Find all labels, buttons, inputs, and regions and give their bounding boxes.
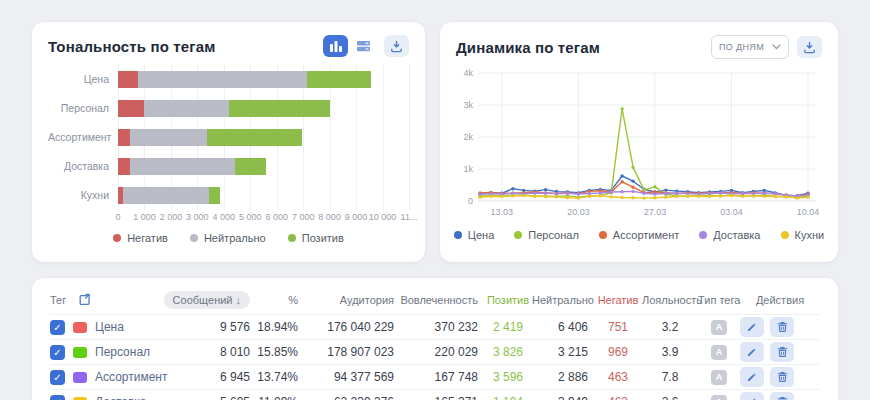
bar-segment	[229, 100, 330, 117]
legend-label: Кухни	[795, 229, 825, 241]
trash-icon	[777, 321, 788, 333]
row-checkbox[interactable]: ✓	[50, 370, 65, 385]
bar-row	[118, 181, 409, 210]
bar-view-button[interactable]	[323, 35, 348, 57]
cell-actions	[740, 392, 820, 400]
cell-engagement: 370 232	[400, 320, 484, 334]
view-toggle	[323, 35, 376, 57]
legend-dot	[514, 231, 522, 239]
bar-row	[118, 152, 409, 181]
legend-item[interactable]: Персонал	[514, 229, 579, 241]
cell-loyalty: 7.8	[642, 370, 698, 384]
legend-item[interactable]: Негатив	[113, 232, 168, 244]
cell-neutral: 6 406	[532, 320, 594, 334]
edit-button[interactable]	[740, 392, 764, 400]
tag-color-swatch	[73, 347, 87, 358]
tonality-category-labels: ЦенаПерсоналАссортиментДоставкаКухни	[48, 65, 118, 210]
svg-text:2k: 2k	[463, 132, 473, 142]
tag-column-header: Тег	[50, 293, 180, 307]
legend-item[interactable]: Доставка	[699, 229, 760, 241]
row-checkbox[interactable]: ✓	[50, 320, 65, 335]
stacked-bar	[118, 100, 409, 117]
svg-text:0: 0	[468, 196, 473, 206]
row-checkbox[interactable]: ✓	[50, 345, 65, 360]
cell-percent: 18.94%	[256, 320, 304, 334]
edit-button[interactable]	[740, 367, 764, 387]
legend-item[interactable]: Нейтрально	[190, 232, 266, 244]
cell-audience: 94 377 569	[304, 370, 400, 384]
cell-tag-type: A	[698, 319, 740, 335]
row-checkbox[interactable]: ✓	[50, 395, 65, 400]
messages-header-label: Сообщений	[173, 294, 233, 306]
stacked-bar	[118, 129, 409, 146]
tonality-download-button[interactable]	[384, 35, 409, 57]
tag-name-link[interactable]: Цена	[95, 320, 124, 334]
period-select[interactable]: по дням	[711, 35, 789, 59]
x-tick-label: 10 000	[369, 212, 397, 222]
bar-segment	[118, 71, 138, 88]
neutral-column-header: Нейтрально	[532, 294, 594, 306]
tag-cell: ✓Персонал	[50, 345, 180, 360]
dynamics-title: Динамика по тегам	[456, 39, 600, 56]
tag-name-link[interactable]: Доставка	[95, 395, 147, 400]
stacked-bar	[118, 187, 409, 204]
legend-item[interactable]: Позитив	[288, 232, 344, 244]
cell-loyalty: 3.2	[642, 320, 698, 334]
legend-item[interactable]: Цена	[454, 229, 494, 241]
category-label: Доставка	[48, 152, 118, 181]
bar-segment	[144, 100, 229, 117]
delete-button[interactable]	[770, 392, 794, 400]
export-icon[interactable]	[78, 293, 92, 307]
delete-button[interactable]	[770, 342, 794, 362]
bar-segment	[123, 187, 209, 204]
bar-segment	[209, 187, 221, 204]
svg-text:27.03: 27.03	[644, 207, 667, 217]
legend-label: Негатив	[127, 232, 168, 244]
table-row: ✓Персонал8 01015.85%178 907 023220 0293 …	[50, 339, 820, 364]
legend-label: Позитив	[302, 232, 344, 244]
cell-tag-type: A	[698, 344, 740, 360]
cell-positive: 3 826	[484, 345, 532, 359]
category-label: Ассортимент	[48, 123, 118, 152]
tag-name-link[interactable]: Ассортимент	[95, 370, 167, 384]
cell-actions	[740, 317, 820, 337]
bar-segment	[118, 158, 130, 175]
x-tick-label: 5 000	[239, 212, 262, 222]
series-line	[480, 109, 808, 198]
x-tick-label: 9 000	[345, 212, 368, 222]
cell-positive: 3 596	[484, 370, 532, 384]
messages-sort-pill[interactable]: Сообщений ↓	[164, 291, 250, 309]
legend-item[interactable]: Ассортимент	[599, 229, 679, 241]
charts-row: Тональность по тегам	[32, 22, 838, 262]
pencil-icon	[746, 346, 758, 358]
cell-actions	[740, 342, 820, 362]
table-view-button[interactable]	[351, 35, 376, 57]
delete-button[interactable]	[770, 367, 794, 387]
dynamics-download-button[interactable]	[797, 36, 822, 58]
edit-button[interactable]	[740, 342, 764, 362]
table-row: ✓Ассортимент6 94513.74%94 377 569167 748…	[50, 364, 820, 389]
positive-column-header: Позитив	[484, 294, 532, 306]
cell-messages: 9 576	[180, 320, 256, 334]
delete-button[interactable]	[770, 317, 794, 337]
edit-button[interactable]	[740, 317, 764, 337]
cell-loyalty: 2.6	[642, 395, 698, 400]
messages-column-header: Сообщений ↓	[180, 291, 256, 309]
dashboard: Тональность по тегам	[0, 0, 870, 400]
legend-label: Ассортимент	[613, 229, 679, 241]
legend-item[interactable]: Кухни	[781, 229, 825, 241]
chevron-down-icon	[772, 44, 781, 50]
cell-neutral: 3 215	[532, 345, 594, 359]
table-rows-icon	[356, 40, 371, 52]
tag-name-link[interactable]: Персонал	[95, 345, 150, 359]
x-tick-label: 7 000	[292, 212, 315, 222]
dynamics-card-header: Динамика по тегам по дням	[456, 35, 822, 59]
legend-dot	[454, 231, 462, 239]
gridline	[409, 65, 410, 210]
tonality-legend: НегативНейтральноПозитив	[48, 232, 409, 244]
cell-messages: 5 605	[180, 395, 256, 400]
line-chart-svg: 01k2k3k4k13.0320.0327.0303.0410.04	[456, 65, 822, 227]
tag-color-swatch	[73, 322, 87, 333]
tonality-card-header: Тональность по тегам	[48, 35, 409, 57]
tag-cell: ✓Цена	[50, 320, 180, 335]
